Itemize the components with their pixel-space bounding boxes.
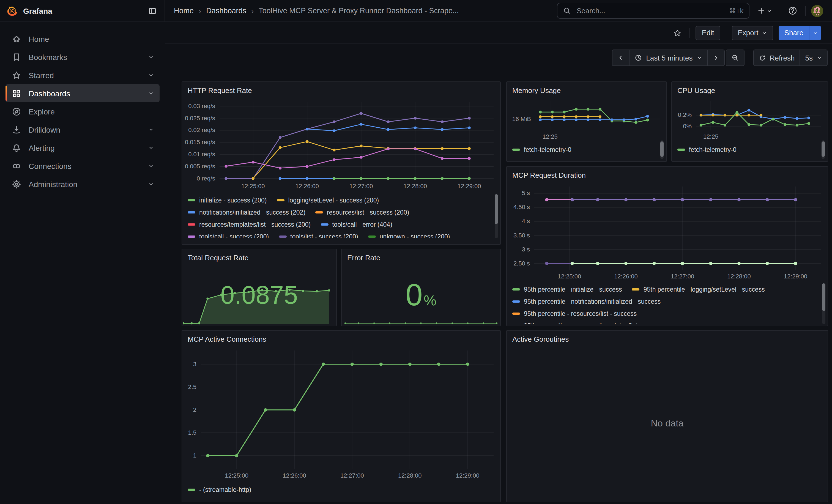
legend-scrollbar[interactable]	[660, 140, 664, 159]
legend-item[interactable]: initialize - success (200)	[188, 197, 267, 204]
legend-swatch	[512, 288, 520, 291]
legend-scrollbar[interactable]	[495, 194, 498, 238]
sidebar-item-drilldown[interactable]: Drilldown	[5, 121, 160, 139]
sidebar-item-starred[interactable]: Starred	[5, 66, 160, 84]
panel-memory-usage: Memory Usage 16 MiB12:25 fetch-telemetry…	[506, 81, 667, 162]
legend-item[interactable]: 95th percentile - initialize - success	[512, 286, 622, 293]
legend-label: resources/list - success (200)	[327, 209, 409, 216]
chevron-down-icon[interactable]	[148, 54, 154, 60]
panel-title[interactable]: HTTP Request Rate	[182, 82, 500, 95]
star-icon	[11, 70, 22, 80]
sidebar-item-explore[interactable]: Explore	[5, 102, 160, 121]
chevron-down-icon[interactable]	[148, 127, 154, 133]
legend-label: tools/call - success (200)	[199, 233, 269, 238]
svg-text:12:25: 12:25	[703, 133, 718, 140]
legend-item[interactable]: tools/call - success (200)	[188, 233, 269, 238]
panel-title[interactable]: Memory Usage	[507, 82, 666, 95]
sidebar-item-bookmarks[interactable]: Bookmarks	[5, 48, 160, 66]
chevron-down-icon[interactable]	[148, 72, 154, 78]
http-request-rate-plot[interactable]: 0 req/s0.005 req/s0.01 req/s0.015 req/s0…	[184, 99, 498, 191]
zoom-out-icon[interactable]	[726, 50, 744, 66]
panel-title[interactable]: MCP Request Duration	[507, 167, 828, 179]
svg-text:4 s: 4 s	[522, 218, 530, 224]
legend-item[interactable]: unknown - success (200)	[368, 233, 450, 238]
legend-item[interactable]: resources/templates/list - success (200)	[188, 221, 311, 228]
panel-title[interactable]: Active Goroutines	[507, 331, 828, 343]
panel-cpu-usage: CPU Usage 0%0.2%12:25 fetch-telemetry-0	[671, 81, 828, 162]
time-range-label: Last 5 minutes	[646, 54, 693, 62]
legend-item[interactable]: 95th percentile - resources/list - succe…	[512, 310, 636, 317]
cpu-usage-plot[interactable]: 0%0.2%12:25	[674, 97, 825, 141]
share-menu-caret-icon[interactable]	[809, 26, 821, 40]
legend-swatch	[188, 236, 196, 238]
search-input[interactable]	[576, 6, 725, 16]
sidebar-toggle-icon[interactable]	[146, 4, 159, 17]
legend-item[interactable]: logging/setLevel - success (200)	[277, 197, 379, 204]
legend-item[interactable]: 95th percentile - notifications/initiali…	[512, 298, 660, 305]
refresh-button[interactable]: Refresh	[753, 50, 800, 66]
svg-text:0.015 req/s: 0.015 req/s	[185, 139, 215, 145]
user-avatar[interactable]	[811, 5, 823, 17]
star-dashboard-icon[interactable]	[671, 26, 684, 39]
svg-text:4.50 s: 4.50 s	[513, 204, 530, 210]
nav-left: Grafana	[0, 0, 165, 22]
svg-text:12:25:00: 12:25:00	[241, 183, 265, 190]
legend-item[interactable]: 95th percentile - logging/setLevel - suc…	[632, 286, 765, 293]
sidebar-item-administration[interactable]: Administration	[5, 175, 160, 193]
breadcrumb-home[interactable]: Home	[174, 7, 194, 15]
memory-usage-plot[interactable]: 16 MiB12:25	[509, 97, 664, 141]
panel-title[interactable]: Error Rate	[342, 249, 500, 262]
sidebar-item-dashboards[interactable]: Dashboards	[5, 84, 160, 102]
add-button[interactable]	[755, 4, 774, 17]
legend-item[interactable]: tools/call - error (404)	[320, 221, 392, 228]
svg-text:12:27:00: 12:27:00	[349, 183, 373, 190]
panel-title[interactable]: Total Request Rate	[182, 249, 336, 262]
panel-title[interactable]: CPU Usage	[672, 82, 828, 95]
mcp-active-connections-plot[interactable]: 11.522.5312:25:0012:26:0012:27:0012:28:0…	[184, 347, 498, 480]
panel-active-goroutines: Active Goroutines No data	[506, 330, 828, 502]
help-icon[interactable]	[786, 4, 800, 18]
breadcrumb-dashboards[interactable]: Dashboards	[206, 7, 246, 15]
time-range-picker[interactable]: Last 5 minutes	[629, 50, 707, 66]
svg-text:2.50 s: 2.50 s	[513, 260, 530, 267]
sidebar-item-label: Explore	[29, 107, 55, 116]
mcp-request-duration-plot[interactable]: 2.50 s3 s3.50 s4 s4.50 s5 s12:25:0012:26…	[509, 183, 825, 281]
time-forward-icon[interactable]	[707, 50, 724, 66]
drilldown-icon	[11, 125, 22, 135]
grafana-logo-icon[interactable]	[7, 5, 18, 16]
legend-item[interactable]: 95th percentile - resources/templates/li…	[512, 322, 666, 324]
chevron-down-icon[interactable]	[148, 163, 154, 169]
legend-item[interactable]: resources/list - success (200)	[315, 209, 409, 216]
svg-text:5 s: 5 s	[522, 190, 530, 196]
export-button[interactable]: Export	[732, 26, 773, 40]
svg-text:0.025 req/s: 0.025 req/s	[185, 115, 215, 122]
legend-scrollbar[interactable]	[822, 283, 825, 324]
legend-item[interactable]: notifications/initialized - success (202…	[188, 209, 305, 216]
svg-text:2.5: 2.5	[188, 383, 197, 390]
share-button[interactable]: Share	[779, 26, 809, 40]
error-rate-sparkline[interactable]	[343, 318, 499, 325]
panel-title[interactable]: MCP Active Connections	[182, 331, 500, 343]
sidebar-item-home[interactable]: Home	[5, 30, 160, 48]
legend-scrollbar[interactable]	[822, 140, 825, 159]
sidebar-item-alerting[interactable]: Alerting	[5, 139, 160, 157]
legend-item[interactable]: tools/list - success (200)	[279, 233, 358, 238]
toolbar-divider	[726, 28, 726, 38]
chevron-down-icon[interactable]	[148, 145, 154, 151]
time-back-icon[interactable]	[612, 50, 629, 66]
refresh-interval-label: 5s	[805, 54, 813, 62]
sidebar-item-connections[interactable]: Connections	[5, 157, 160, 175]
legend-item[interactable]: fetch-telemetry-0	[512, 147, 571, 153]
nav-divider	[780, 6, 780, 16]
legend-swatch	[188, 488, 196, 491]
search-box[interactable]: ⌘+k	[557, 3, 750, 19]
sidebar-item-label: Starred	[29, 71, 54, 80]
chevron-down-icon[interactable]	[148, 181, 154, 187]
refresh-interval-picker[interactable]: 5s	[800, 50, 828, 66]
edit-button[interactable]: Edit	[696, 26, 720, 40]
legend-item[interactable]: - (streamable-http)	[188, 486, 251, 493]
brand-label: Grafana	[23, 6, 52, 15]
legend-item[interactable]: fetch-telemetry-0	[677, 147, 736, 153]
svg-text:12:28:00: 12:28:00	[404, 183, 427, 190]
chevron-down-icon[interactable]	[148, 90, 154, 96]
